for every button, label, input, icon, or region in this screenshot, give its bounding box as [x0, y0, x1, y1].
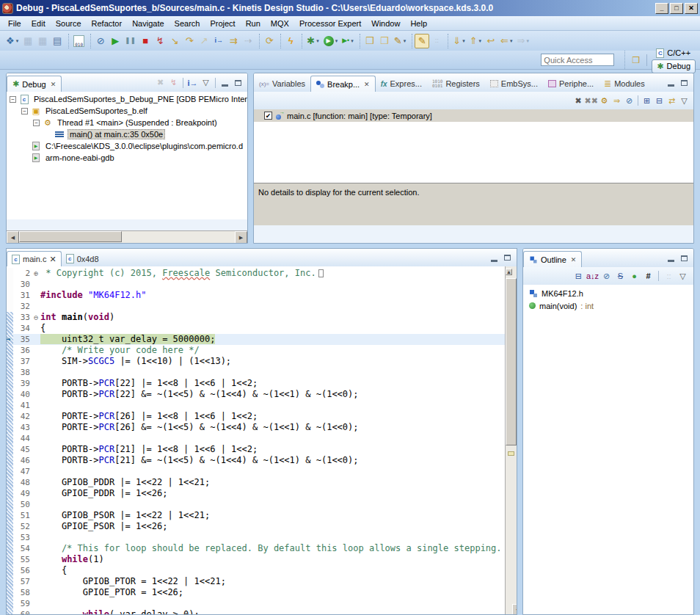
perspective-c-c-[interactable]: CC/C++	[652, 47, 696, 59]
debug-hscrollbar[interactable]: ◀ ▶	[7, 230, 247, 243]
scroll-right-icon[interactable]: ▶	[235, 231, 247, 244]
skip-all-breakpoints-button[interactable]: ⊘	[623, 95, 635, 107]
annotation-ruler[interactable]	[7, 488, 13, 499]
annotation-ruler[interactable]	[7, 477, 13, 488]
code-editor[interactable]: 2⊕ * Copyright (c) 2015, Freescale Semic…	[7, 266, 517, 615]
code-line[interactable]: 42 PORTE->PCR[26] |= 1<<8 | 1<<6 | 1<<2;	[7, 411, 507, 422]
tree-item[interactable]: −▣PiscaLedSemSuportes_b.elf	[7, 105, 247, 117]
scroll-thumb[interactable]	[19, 231, 122, 242]
annotation-ruler[interactable]	[7, 554, 13, 565]
line-number[interactable]: 32	[13, 301, 32, 312]
line-number[interactable]: 31	[13, 290, 32, 301]
menu-navigate[interactable]: Navigate	[127, 18, 169, 29]
scroll-thumb[interactable]	[506, 278, 517, 445]
code-line[interactable]: 50	[7, 499, 507, 510]
annotation-ruler[interactable]	[7, 356, 13, 367]
code-line[interactable]: 38	[7, 367, 507, 378]
next-annotation-button[interactable]: ⇓▾	[451, 34, 467, 48]
custom-filters-button[interactable]: ::	[663, 270, 675, 283]
code-line[interactable]: 32	[7, 301, 507, 312]
scroll-down-icon[interactable]: ▼	[512, 604, 517, 615]
maximize-view-button[interactable]	[232, 76, 244, 89]
line-number[interactable]: 54	[13, 543, 32, 554]
menu-project[interactable]: Project	[205, 18, 240, 29]
new-wizard-button[interactable]: ❖▾	[4, 34, 21, 48]
line-number[interactable]: 48	[13, 477, 32, 488]
back-button[interactable]: ⇐▾	[498, 34, 514, 48]
instruction-stepping-button[interactable]: i→	[186, 76, 199, 89]
annotation-ruler[interactable]	[7, 345, 13, 356]
line-number[interactable]: 42	[13, 411, 32, 422]
code-line[interactable]: 40 PORTB->PCR[22] &= ~(1<<5) & ~(1<<4) &…	[7, 389, 507, 400]
line-number[interactable]: 37	[13, 356, 32, 367]
menu-file[interactable]: File	[3, 18, 26, 29]
annotation-ruler[interactable]	[7, 466, 13, 477]
outline-item[interactable]: MK64F12.h	[529, 287, 693, 299]
tree-item[interactable]: −cPiscaLedSemSuportes_b_Debug_PNE [GDB P…	[7, 93, 247, 105]
code-line[interactable]: 33⊖int main(void)	[7, 312, 507, 323]
code-line[interactable]: 58 GPIOE_PTOR = 1<<26;	[7, 587, 507, 598]
annotation-ruler[interactable]	[7, 367, 13, 378]
previous-annotation-button[interactable]: ⇑▾	[467, 34, 484, 48]
line-number[interactable]: 35	[13, 334, 32, 345]
minimize-view-button[interactable]	[665, 252, 677, 264]
line-number[interactable]: 36	[13, 345, 32, 356]
line-number[interactable]: 60	[13, 609, 32, 615]
disconnect-button[interactable]: ↯	[153, 34, 167, 48]
close-icon[interactable]: ✕	[51, 81, 56, 88]
annotation-ruler[interactable]	[7, 301, 13, 312]
code-line[interactable]: 45 PORTB->PCR[21] |= 1<<8 | 1<<6 | 1<<2;	[7, 444, 507, 455]
step-return-button[interactable]: ↗	[197, 34, 211, 48]
hide-fields-button[interactable]: ⊘	[600, 270, 613, 283]
breakpoint-row[interactable]: ✔→main.c [function: main] [type: Tempora…	[254, 109, 693, 122]
maximize-view-button[interactable]	[501, 252, 514, 264]
step-over-button[interactable]: ↷	[182, 34, 197, 48]
code-line[interactable]: 60 while( var_delay > 0);	[7, 609, 507, 615]
code-line[interactable]: 57 GPIOB_PTOR = 1<<22 | 1<<21;	[7, 576, 507, 587]
code-line[interactable]: →35 uint32_t var_delay = 5000000;	[7, 334, 507, 345]
remove-terminated-button[interactable]: ✖	[154, 76, 167, 89]
menu-refactor[interactable]: Refactor	[87, 18, 128, 29]
menu-window[interactable]: Window	[366, 18, 405, 29]
expander-icon[interactable]: −	[10, 96, 16, 103]
annotation-ruler[interactable]	[7, 598, 13, 609]
tab-breakp[interactable]: Breakp...✕	[310, 76, 376, 92]
line-number[interactable]: 58	[13, 587, 32, 598]
line-number[interactable]: 55	[13, 554, 32, 565]
hide-static-button[interactable]: S	[614, 270, 627, 283]
tab-embsys[interactable]: EmbSys...	[485, 76, 543, 92]
minimize-view-button[interactable]	[488, 252, 500, 264]
minimize-button[interactable]: _	[655, 3, 668, 14]
sort-button[interactable]: a↓z	[586, 270, 599, 283]
annotation-ruler[interactable]	[7, 389, 13, 400]
code-line[interactable]: 30	[7, 279, 507, 290]
collapse-all-button[interactable]: ⊟	[653, 95, 666, 107]
tab-variables[interactable]: (x)=Variables	[254, 76, 310, 92]
annotation-ruler[interactable]	[7, 609, 13, 615]
line-number[interactable]: 45	[13, 444, 32, 455]
resume-button[interactable]: ▶	[108, 34, 123, 48]
tab-outline[interactable]: Outline ✕	[523, 251, 582, 267]
annotation-ruler[interactable]	[7, 312, 13, 323]
tree-item[interactable]: ▶arm-none-eabi-gdb	[7, 152, 247, 164]
code-line[interactable]: 51 GPIOB_PSOR |= 1<<22 | 1<<21;	[7, 510, 507, 521]
line-number[interactable]: 43	[13, 422, 32, 433]
annotation-ruler[interactable]	[7, 565, 13, 576]
code-line[interactable]: 48 GPIOB_PDDR |= 1<<22 | 1<<21;	[7, 477, 507, 488]
annotation-ruler[interactable]: →	[7, 334, 13, 345]
tab-periphe[interactable]: Periphe...	[543, 76, 599, 92]
line-number[interactable]: 53	[13, 532, 32, 543]
menu-source[interactable]: Source	[51, 18, 87, 29]
line-number[interactable]: 40	[13, 389, 32, 400]
tree-item[interactable]: main() at main.c:35 0x50e	[7, 128, 247, 140]
restart-button[interactable]: ⟳	[262, 34, 277, 48]
expander-icon[interactable]: −	[21, 108, 28, 114]
code-line[interactable]: 39 PORTB->PCR[22] |= 1<<8 | 1<<6 | 1<<2;	[7, 378, 507, 389]
flash-programmer-button[interactable]: ϟ	[283, 34, 298, 48]
link-with-editor-button[interactable]: ⇄	[666, 95, 678, 107]
line-number[interactable]: 47	[13, 466, 32, 477]
open-file-button[interactable]: ❒	[362, 34, 377, 48]
code-line[interactable]: 37 SIM->SCGC5 |= (1<<10) | (1<<13);	[7, 356, 507, 367]
annotation-ruler[interactable]	[7, 543, 13, 554]
line-number[interactable]: 44	[13, 433, 32, 444]
